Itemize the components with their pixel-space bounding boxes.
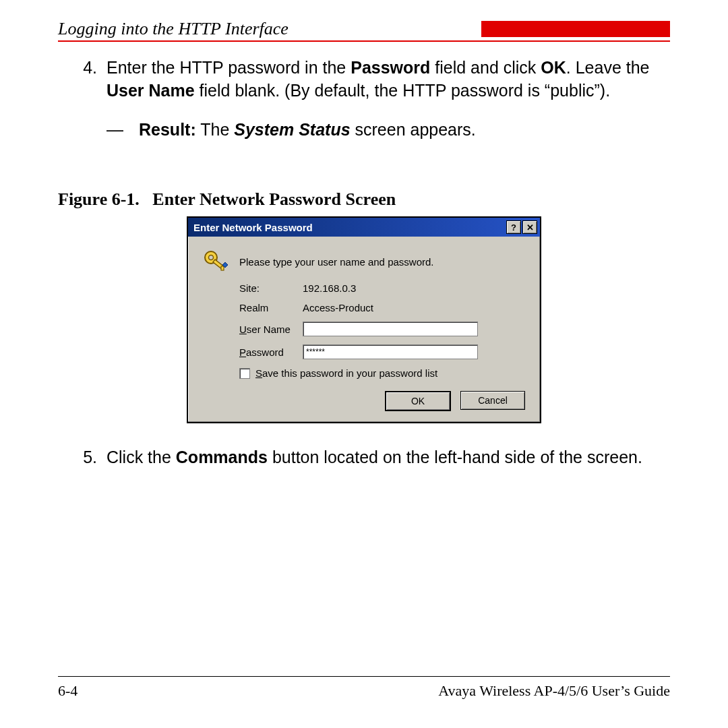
text: field and click	[430, 58, 541, 77]
save-password-row[interactable]: Save this password in your password list	[239, 367, 437, 379]
help-icon: ?	[511, 222, 516, 233]
book-title: Avaya Wireless AP-4/5/6 User’s Guide	[438, 682, 670, 700]
step-5-body: Click the Commands button located on the…	[107, 446, 670, 469]
ok-button-label: OK	[411, 396, 425, 406]
underline: U	[239, 324, 247, 335]
realm-label: Realm	[239, 302, 303, 313]
underline: P	[239, 346, 246, 358]
step-4: 4. Enter the HTTP password in the Passwo…	[58, 57, 670, 102]
text: button located on the left-hand side of …	[268, 448, 642, 466]
svg-rect-3	[221, 266, 224, 270]
username-input[interactable]	[303, 322, 478, 336]
text: The	[196, 120, 235, 139]
figure-number: Figure 6-1.	[58, 189, 140, 209]
bold-result: Result:	[139, 120, 196, 139]
text: screen appears.	[351, 120, 476, 139]
text: Click the	[107, 448, 176, 466]
dialog-title: Enter Network Password	[193, 222, 313, 233]
page-footer: 6-4 Avaya Wireless AP-4/5/6 User’s Guide	[58, 676, 670, 700]
svg-point-1	[209, 255, 214, 260]
bold-username: User Name	[107, 81, 195, 100]
text: Enter the HTTP password in the	[107, 58, 351, 77]
username-label: User Name	[239, 324, 303, 335]
save-password-label: Save this password in your password list	[255, 367, 437, 379]
close-button[interactable]: ✕	[522, 220, 537, 234]
bold-italic-system-status: System Status	[234, 120, 350, 139]
save-password-checkbox[interactable]	[239, 368, 250, 379]
step-number: 5.	[58, 446, 107, 469]
step-number: 4.	[58, 57, 107, 102]
site-label: Site:	[239, 282, 303, 294]
result-row: — Result: The System Status screen appea…	[58, 119, 670, 142]
figure-caption: Figure 6-1. Enter Network Password Scree…	[58, 189, 670, 210]
result-body: Result: The System Status screen appears…	[139, 119, 476, 142]
cancel-button[interactable]: Cancel	[460, 391, 525, 410]
site-value: 192.168.0.3	[303, 282, 528, 294]
key-icon	[200, 249, 230, 274]
help-button[interactable]: ?	[506, 220, 521, 234]
password-input[interactable]	[303, 344, 478, 359]
text: field blank. (By default, the HTTP passw…	[195, 81, 610, 100]
text: ser Name	[247, 324, 291, 335]
realm-value: Access-Product	[303, 302, 528, 313]
figure-title: Enter Network Password Screen	[152, 189, 396, 209]
close-icon: ✕	[526, 222, 534, 233]
text: assword	[246, 346, 284, 358]
dialog-titlebar[interactable]: Enter Network Password ? ✕	[188, 218, 540, 237]
text: . Leave the	[566, 58, 650, 77]
page-number: 6-4	[58, 682, 78, 700]
cancel-button-label: Cancel	[478, 395, 508, 406]
password-label: Password	[239, 346, 303, 358]
page-header: Logging into the HTTP Interface	[58, 19, 670, 42]
text: ave this password in your password list	[262, 367, 437, 379]
step-5: 5. Click the Commands button located on …	[58, 446, 670, 469]
bold-ok: OK	[541, 58, 566, 77]
bold-password: Password	[351, 58, 430, 77]
ok-button[interactable]: OK	[385, 391, 451, 411]
header-accent-bar	[481, 21, 670, 37]
password-dialog: Enter Network Password ? ✕	[187, 216, 541, 423]
dialog-prompt: Please type your user name and password.	[239, 256, 528, 268]
bold-commands: Commands	[176, 448, 268, 466]
step-4-body: Enter the HTTP password in the Password …	[107, 57, 670, 102]
underline: S	[255, 367, 262, 379]
dash: —	[107, 119, 139, 142]
section-title: Logging into the HTTP Interface	[58, 19, 289, 39]
